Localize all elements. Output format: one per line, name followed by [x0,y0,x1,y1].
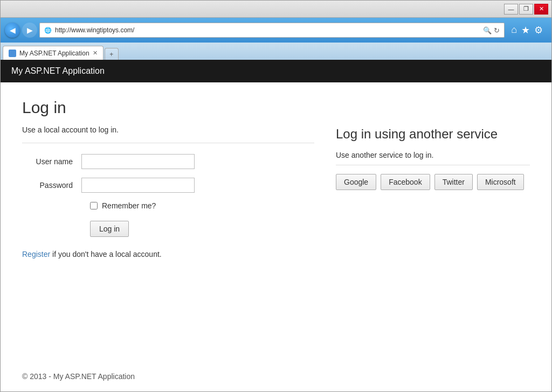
url-text: http://www.wingtiptoys.com/ [55,26,480,34]
title-bar: — ❐ ✕ [1,1,551,18]
forward-button[interactable]: ▶ [22,23,37,38]
submit-group: Log in [90,221,314,237]
local-divider [22,143,314,143]
service-buttons: Google Facebook Twitter Microsoft [336,174,530,190]
register-section: Register if you don't have a local accou… [22,250,314,258]
browser-window: — ❐ ✕ ◀ ▶ 🌐 http://www.wingtiptoys.com/ … [0,0,552,392]
app-title: My ASP.NET Application [11,66,105,75]
restore-button[interactable]: ❐ [519,4,533,15]
content-layout: Use a local account to log in. User name… [22,125,530,258]
address-actions: 🔍 ↻ [483,26,500,34]
app-header: My ASP.NET Application [1,60,551,82]
password-label: Password [22,181,81,190]
local-subtitle: Use a local account to log in. [22,125,314,134]
favorites-icon[interactable]: ★ [521,24,530,36]
tab-close-button[interactable]: ✕ [93,50,98,57]
external-divider [336,165,530,165]
username-group: User name [22,154,314,169]
password-group: Password [22,178,314,193]
minimize-button[interactable]: — [504,4,518,15]
register-link[interactable]: Register [22,250,50,258]
password-input[interactable] [81,178,195,193]
external-login-panel: Log in using another service Use another… [336,125,530,258]
page-content: Log in Use a local account to log in. Us… [1,82,551,356]
twitter-button[interactable]: Twitter [434,174,473,190]
browser-content: My ASP.NET Application Log in Use a loca… [1,60,551,391]
username-input[interactable] [81,154,195,169]
username-label: User name [22,157,81,166]
active-tab[interactable]: My ASP.NET Application ✕ [3,46,104,60]
google-button[interactable]: Google [336,174,376,190]
page-title: Log in [22,99,530,117]
microsoft-button[interactable]: Microsoft [477,174,524,190]
back-button[interactable]: ◀ [5,23,20,38]
remember-label: Remember me? [102,201,156,210]
new-tab-button[interactable]: + [105,48,119,60]
window-controls: — ❐ ✕ [504,4,548,15]
globe-icon: 🌐 [44,27,52,34]
facebook-button[interactable]: Facebook [381,174,430,190]
login-button[interactable]: Log in [90,221,129,237]
local-login-panel: Use a local account to log in. User name… [22,125,314,258]
close-button[interactable]: ✕ [534,4,548,15]
register-suffix: if you don't have a local account. [52,250,162,258]
remember-group: Remember me? [90,201,314,210]
address-bar[interactable]: 🌐 http://www.wingtiptoys.com/ 🔍 ↻ [39,23,505,38]
refresh-icon[interactable]: ↻ [494,26,500,34]
nav-icons: ⌂ ★ ⚙ [507,24,547,36]
page-footer: © 2013 - My ASP.NET Application [1,356,551,391]
footer-text: © 2013 - My ASP.NET Application [22,372,135,381]
settings-icon[interactable]: ⚙ [534,24,543,36]
search-icon[interactable]: 🔍 [483,26,492,34]
home-icon[interactable]: ⌂ [511,24,517,36]
tabs-bar: My ASP.NET Application ✕ + [1,43,551,60]
tab-label: My ASP.NET Application [19,50,89,57]
external-subtitle: Use another service to log in. [336,151,530,159]
tab-favicon [9,50,16,57]
external-title: Log in using another service [336,125,530,142]
remember-checkbox[interactable] [90,202,98,209]
nav-bar: ◀ ▶ 🌐 http://www.wingtiptoys.com/ 🔍 ↻ ⌂ … [1,18,551,43]
